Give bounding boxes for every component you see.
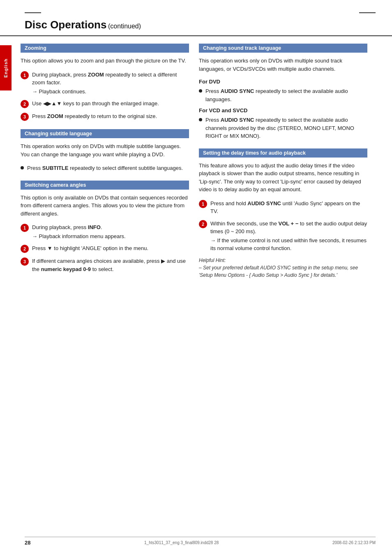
audio-bold-1: AUDIO SYNC [247, 200, 281, 206]
subtitle-bullet: Press SUBTITLE repeatedly to select diff… [21, 164, 189, 172]
camera-bold-3: numeric keypad 0-9 [41, 266, 91, 272]
helpful-hint: Helpful Hint: – Set your preferred defau… [199, 257, 367, 279]
zooming-body: This option allows you to zoom and pan t… [21, 57, 189, 65]
soundtrack-header: Changing sound track language [199, 44, 367, 53]
zoom-step-1-arrow: → Playback continues. [32, 88, 189, 96]
zoom-bold-3: ZOOM [47, 113, 63, 119]
vcd-bullet-content: Press AUDIO SYNC repeatedly to select th… [205, 116, 367, 140]
footer-date: 2008-02-26 2:12:33 PM [332, 540, 376, 545]
camera-step-2: 2 Press ▼ to highlight 'ANGLE' option in… [21, 244, 189, 253]
step-num-3: 3 [21, 113, 29, 121]
zooming-section: Zooming This option allows you to zoom a… [21, 44, 189, 121]
zoom-step-3-content: Press ZOOM repeatedly to return to the o… [32, 112, 189, 121]
subtitle-body: This operation works only on DVDs with m… [21, 142, 189, 158]
page-header: Disc Operations (continued) [0, 0, 392, 36]
step-num-1: 1 [21, 71, 29, 79]
audio-delay-section: Setting the delay times for audio playba… [199, 148, 367, 279]
subtitle-section: Changing subtitle language This operatio… [21, 129, 189, 172]
zoom-step-2: 2 Use ◀▶▲▼ keys to pan through the enlar… [21, 100, 189, 108]
soundtrack-section: Changing sound track language This opera… [199, 44, 367, 140]
camera-section: Switching camera angles This option is o… [21, 181, 189, 274]
footer: 28 1_hts3011_37_eng 3_final809.indd28 28… [25, 537, 376, 546]
camera-step-num-3: 3 [21, 257, 29, 266]
helpful-hint-text: – Set your preferred default AUDIO SYNC … [199, 265, 358, 278]
camera-bold-1: INFO [88, 224, 101, 230]
audio-step-2-arrow: → If the volume control is not used with… [210, 236, 367, 253]
camera-body: This option is only available on DVDs th… [21, 194, 189, 218]
audio-bold-2: VOL + − [278, 220, 298, 227]
zoom-bold-1: ZOOM [88, 72, 104, 78]
zoom-step-1: 1 During playback, press ZOOM repeatedly… [21, 71, 189, 96]
camera-step-1-content: During playback, press INFO. → Playback … [32, 223, 189, 240]
col-right: Changing sound track language This opera… [199, 44, 367, 287]
audio-delay-header: Setting the delay times for audio playba… [199, 148, 367, 158]
step-num-2: 2 [21, 100, 29, 108]
dvd-bullet-dot [199, 89, 202, 93]
vcd-bullet-dot [199, 118, 202, 121]
footer-file: 1_hts3011_37_eng 3_final809.indd28 28 [144, 540, 219, 545]
dvd-bullet: Press AUDIO SYNC repeatedly to select th… [199, 87, 367, 103]
audio-step-1-content: Press and hold AUDIO SYNC until 'Audio S… [210, 199, 367, 216]
camera-step-3: 3 If different camera angles choices are… [21, 257, 189, 273]
camera-step-num-1: 1 [21, 224, 29, 232]
zoom-step-1-content: During playback, press ZOOM repeatedly t… [32, 71, 189, 96]
dvd-bold: AUDIO SYNC [221, 88, 254, 94]
vcd-bullet: Press AUDIO SYNC repeatedly to select th… [199, 116, 367, 140]
audio-step-2-content: Within five seconds, use the VOL + − to … [210, 220, 367, 253]
camera-step-3-content: If different camera angles choices are a… [32, 257, 189, 273]
zoom-step-2-content: Use ◀▶▲▼ keys to pan through the enlarge… [32, 100, 189, 108]
col-left: Zooming This option allows you to zoom a… [21, 44, 189, 287]
language-tab: English [0, 45, 12, 90]
camera-step-2-content: Press ▼ to highlight 'ANGLE' option in t… [32, 244, 189, 253]
page-title: Disc Operations [25, 19, 106, 31]
for-dvd-header: For DVD [199, 79, 367, 85]
audio-step-2: 2 Within five seconds, use the VOL + − t… [199, 220, 367, 253]
page-title-continued: (continued) [108, 23, 141, 30]
audio-step-num-2: 2 [199, 220, 207, 228]
soundtrack-body: This operation works only on DVDs with m… [199, 57, 367, 73]
for-vcd-header: For VCD and SVCD [199, 107, 367, 114]
subtitle-bullet-content: Press SUBTITLE repeatedly to select diff… [27, 164, 189, 172]
top-line-right [359, 12, 376, 13]
main-content: Zooming This option allows you to zoom a… [0, 44, 392, 287]
audio-step-num-1: 1 [199, 200, 207, 208]
page-number: 28 [25, 540, 30, 546]
audio-step-1: 1 Press and hold AUDIO SYNC until 'Audio… [199, 199, 367, 216]
camera-step-1-arrow: → Playback information menu appears. [32, 232, 189, 241]
zoom-step-3: 3 Press ZOOM repeatedly to return to the… [21, 112, 189, 121]
camera-step-num-2: 2 [21, 245, 29, 253]
helpful-hint-label: Helpful Hint: [199, 257, 226, 263]
top-decoration [25, 12, 376, 13]
subtitle-bold: SUBTITLE [42, 165, 69, 171]
vcd-bold: AUDIO SYNC [221, 117, 254, 123]
dvd-bullet-content: Press AUDIO SYNC repeatedly to select th… [205, 87, 367, 103]
zooming-header: Zooming [21, 44, 189, 53]
camera-header: Switching camera angles [21, 181, 189, 190]
subtitle-bullet-dot [21, 166, 24, 169]
subtitle-header: Changing subtitle language [21, 129, 189, 138]
audio-delay-body: This feature allows you to adjust the au… [199, 162, 367, 194]
top-line-left [25, 12, 41, 13]
camera-step-1: 1 During playback, press INFO. → Playbac… [21, 223, 189, 240]
language-tab-label: English [3, 58, 8, 78]
page: English Disc Operations (continued) Zoom… [0, 0, 392, 554]
